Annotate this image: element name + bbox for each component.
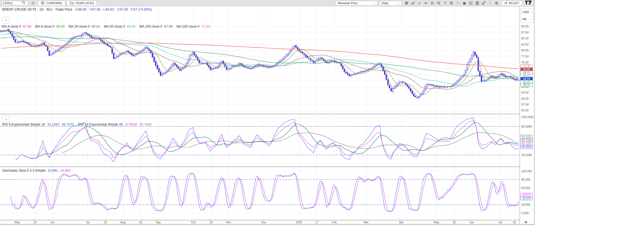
scale-tick: 57.50 <box>521 103 529 106</box>
ma-label: MA 100 close 0 <box>139 25 162 28</box>
chart-plot-area[interactable] <box>0 0 519 225</box>
price-mode-dropdown[interactable]: Absolute Price ⌄ <box>336 1 378 6</box>
stochastic-legend[interactable]: Stochastic Slow 5 3 3 Simple10.86110.853 <box>2 169 75 173</box>
symbol-search-box[interactable] <box>1 1 28 6</box>
ma-legend-item[interactable]: MA 100 close 067.96 <box>139 25 172 28</box>
rsi-legend-item[interactable]: RSI 14 Exponential Simple 2537.451649.74… <box>78 123 151 126</box>
unit-dropdown[interactable]: bbl ⌄ <box>521 15 533 22</box>
ma-legend-item[interactable]: MA 4 close 067.69 <box>2 25 31 28</box>
change-value: 0.57 (+0.85%) <box>131 8 152 11</box>
ma-legend[interactable]: MA 4 close 067.69MA 9 close 069.86MA 25 … <box>2 25 214 28</box>
chart-stats-icon[interactable] <box>480 1 487 6</box>
scale-price-label: 68.04 <box>520 83 533 87</box>
ma-value: 67.96 <box>164 25 172 28</box>
time-axis-label: Feb <box>332 221 337 224</box>
interval-dropdown[interactable]: Daily ⌄ <box>379 1 402 6</box>
ma-label: MA 50 close 0 <box>104 25 125 28</box>
ma-legend-item[interactable]: MA 25 close 069.41 <box>68 25 100 28</box>
symbol-input[interactable] <box>3 1 22 5</box>
templates-button[interactable]: TEMPLATES <box>67 1 97 6</box>
indicator-value: 10.853 <box>60 169 70 173</box>
indicator-value: 48.7470 <box>61 123 74 126</box>
high-label: H <box>89 8 92 11</box>
price-mode-value: Absolute Price <box>338 1 358 5</box>
ma-50-line <box>1 34 518 86</box>
events-icon[interactable]: Ⓔ <box>429 1 435 6</box>
news-icon[interactable] <box>474 1 480 6</box>
rsi-legend-item[interactable]: RSI 9 Exponential Simple 1433.234348.747… <box>2 123 74 126</box>
history-clock-icon[interactable]: ◷ <box>30 1 36 6</box>
indicator-value: 49.7445 <box>139 123 151 126</box>
more-options-icon[interactable]: ⋮ <box>487 1 493 6</box>
table-view-icon[interactable]: ▦ <box>461 1 468 6</box>
add-pane-icon[interactable] <box>468 1 474 6</box>
time-axis-label: Sep <box>156 221 161 224</box>
chevron-down-icon: ⌄ <box>531 10 533 13</box>
folder-icon <box>70 1 74 6</box>
ma-label: MA 250 close 0 <box>176 25 199 28</box>
scale-tick: 87.50 <box>521 31 529 34</box>
scale-tick: 75.00 <box>521 61 529 64</box>
time-axis[interactable]: May16JunJul16Aug16SepOct16NovDec202517Fe… <box>0 220 519 224</box>
open-value: 66.88 <box>78 8 86 11</box>
low-label: L <box>103 8 105 11</box>
time-axis-label: Jul <box>86 221 89 224</box>
ma-label: MA 9 close 0 <box>35 25 55 28</box>
chevron-down-icon: ⌄ <box>373 2 375 5</box>
chart-window: ◷ COMPARE TEMPLATES Absolute Price ⌄ Dai… <box>0 0 534 225</box>
currency-dropdown[interactable]: USD ⌄ <box>521 8 533 15</box>
ma-label: MA 4 close 0 <box>2 25 21 28</box>
reset-button[interactable]: ↺ RESET <box>501 1 522 6</box>
compare-button[interactable]: COMPARE <box>38 1 65 6</box>
ma-100-line <box>1 37 518 79</box>
indicator-value: 33.2343 <box>47 123 59 126</box>
top-toolbar: ◷ COMPARE TEMPLATES Absolute Price ⌄ Dai… <box>0 0 534 6</box>
indicator-label: Stochastic Slow 5 3 3 Simple <box>2 169 46 173</box>
symbol-legend[interactable]: BRENT CRUDE OCT5 · 1D · IEU · Trade Pric… <box>2 8 152 11</box>
stochastic-k-line <box>11 173 519 212</box>
chart-canvas[interactable] <box>0 0 519 225</box>
ma-legend-item[interactable]: MA 250 close 071.93 <box>176 25 210 28</box>
collapse-pane-button[interactable]: ‹ <box>3 17 10 23</box>
scale-tick: 90.00 <box>521 25 529 28</box>
ma-legend-item[interactable]: MA 50 close 069.40 <box>104 25 135 28</box>
axis-scale-icon[interactable] <box>435 1 442 6</box>
indicator-label: RSI 14 Exponential Simple 25 <box>78 123 123 126</box>
waves-overlay-icon[interactable]: ≋ <box>423 1 429 6</box>
ma-value: 71.93 <box>201 25 210 28</box>
close-label: C <box>117 8 119 11</box>
ma-legend-item[interactable]: MA 9 close 069.86 <box>35 25 65 28</box>
tradingview-logo <box>525 1 532 6</box>
time-axis-label: Jun <box>50 221 55 224</box>
rsi-legend[interactable]: RSI 9 Exponential Simple 1433.234348.747… <box>2 123 156 126</box>
axis-settings-gear-icon[interactable]: ⚙ <box>524 220 527 224</box>
time-axis-label: 16 <box>33 221 37 224</box>
scale-price-label: 39.4945 <box>520 145 533 149</box>
time-axis-label: Mar <box>364 221 369 224</box>
rows-layout-icon[interactable]: ≡ <box>416 1 423 6</box>
time-axis-label: 16 <box>453 221 456 224</box>
charting-app: ◷ COMPARE TEMPLATES Absolute Price ⌄ Dai… <box>0 0 644 225</box>
ma-value: 69.40 <box>127 25 135 28</box>
pane-separator[interactable] <box>0 114 534 114</box>
time-axis-label: 17 <box>315 221 318 224</box>
candlestick-chart-icon[interactable] <box>403 1 410 6</box>
price-scale[interactable]: USD ⌄ bbl ⌄ 90.0087.5085.0082.5080.0077.… <box>520 6 534 224</box>
settings-icon[interactable] <box>493 1 500 6</box>
pane-separator[interactable] <box>0 167 534 167</box>
scale-tick: 82.50 <box>521 43 529 46</box>
indicators-icon[interactable] <box>410 1 416 6</box>
ma-value: 67.69 <box>23 25 31 28</box>
zoom-in-icon[interactable] <box>448 1 455 6</box>
zoom-out-icon <box>455 1 461 6</box>
ma-value: 69.41 <box>92 25 100 28</box>
scale-price-label: 39.626 <box>520 196 533 200</box>
chevron-down-icon: ⌄ <box>397 2 399 5</box>
low-value: 66.83 <box>105 8 114 11</box>
text-tool-icon[interactable]: T <box>442 1 448 6</box>
stochastic-legend-item[interactable]: Stochastic Slow 5 3 3 Simple10.86110.853 <box>2 169 70 173</box>
scale-tick: 62.50 <box>521 91 529 94</box>
time-axis-label: Aug <box>120 221 126 224</box>
indicator-label: RSI 9 Exponential Simple 14 <box>2 123 45 126</box>
collapse-pane-button[interactable]: ‹ <box>3 116 10 122</box>
